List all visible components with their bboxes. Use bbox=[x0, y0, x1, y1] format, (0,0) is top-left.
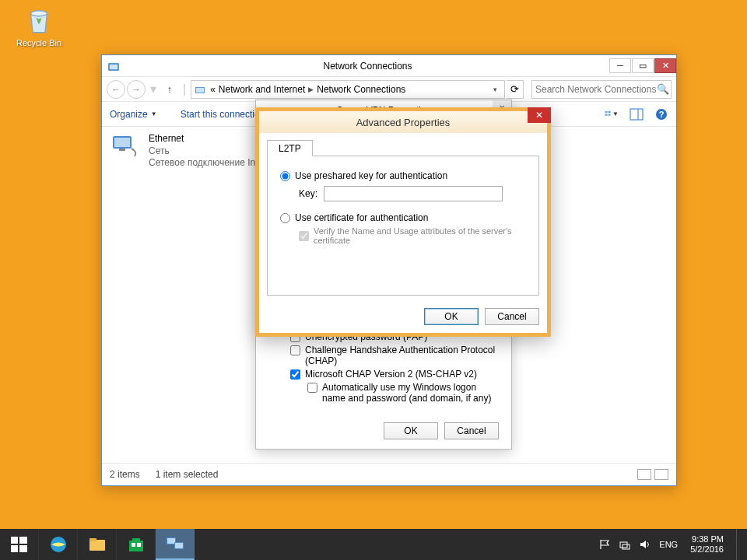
verify-cert-checkbox bbox=[299, 231, 309, 241]
svg-rect-28 bbox=[167, 538, 175, 544]
search-icon[interactable]: 🔍 bbox=[657, 83, 668, 95]
svg-rect-17 bbox=[19, 537, 27, 544]
svg-rect-2 bbox=[110, 65, 117, 69]
tray-volume-icon[interactable] bbox=[639, 538, 651, 551]
breadcrumb-prefix: « bbox=[210, 84, 216, 95]
key-label: Key: bbox=[299, 188, 317, 199]
chevron-right-icon: ▶ bbox=[308, 86, 314, 93]
breadcrumb-item[interactable]: Network and Internet bbox=[219, 84, 305, 95]
svg-rect-14 bbox=[114, 138, 130, 147]
ok-button[interactable]: OK bbox=[384, 422, 438, 439]
svg-rect-16 bbox=[11, 537, 18, 544]
advanced-properties-dialog: Advanced Properties ✕ L2TP Use preshared… bbox=[255, 107, 551, 337]
svg-rect-25 bbox=[132, 543, 135, 547]
search-input[interactable] bbox=[535, 84, 657, 95]
window-app-icon bbox=[107, 58, 122, 74]
svg-rect-18 bbox=[11, 545, 18, 552]
svg-rect-26 bbox=[137, 543, 141, 547]
svg-rect-32 bbox=[622, 544, 630, 549]
maximize-button[interactable]: ▭ bbox=[632, 58, 654, 73]
taskbar-explorer-icon[interactable] bbox=[78, 529, 117, 560]
dialog-title[interactable]: Advanced Properties ✕ bbox=[259, 111, 547, 133]
desktop-icon-recycle-bin[interactable]: Recycle Bin bbox=[12, 4, 66, 47]
svg-rect-19 bbox=[19, 545, 27, 552]
svg-rect-7 bbox=[605, 114, 607, 116]
status-selected-count: 1 item selected bbox=[156, 469, 219, 480]
adapter-device: Сетевое подключение Intel... bbox=[149, 157, 273, 170]
breadcrumb-item[interactable]: Network Connections bbox=[317, 84, 405, 95]
recycle-bin-icon bbox=[23, 4, 55, 37]
svg-rect-4 bbox=[196, 88, 204, 93]
svg-rect-22 bbox=[89, 538, 96, 541]
search-box[interactable]: 🔍 bbox=[531, 80, 672, 99]
organize-menu[interactable]: Organize ▼ bbox=[110, 109, 157, 120]
minimize-button[interactable]: ─ bbox=[609, 58, 631, 73]
preshared-key-radio[interactable] bbox=[280, 171, 290, 181]
svg-rect-6 bbox=[608, 111, 610, 113]
svg-rect-5 bbox=[605, 111, 607, 113]
close-button[interactable]: ✕ bbox=[528, 107, 551, 123]
breadcrumb-dropdown[interactable]: ▾ bbox=[489, 86, 501, 93]
window-titlebar[interactable]: Network Connections ─ ▭ ✕ bbox=[102, 55, 676, 77]
taskbar-ie-icon[interactable] bbox=[39, 529, 78, 560]
cancel-button[interactable]: Cancel bbox=[485, 308, 539, 325]
taskbar: ENG 9:38 PM 5/2/2016 bbox=[0, 529, 747, 560]
breadcrumb-icon bbox=[195, 83, 207, 96]
nav-up-button[interactable]: ↑ bbox=[161, 81, 178, 98]
verify-cert-checkbox-row: Verify the Name and Usage attributes of … bbox=[299, 226, 526, 245]
taskbar-store-icon[interactable] bbox=[117, 529, 156, 560]
close-button[interactable]: ✕ bbox=[654, 58, 676, 73]
tab-panel: Use preshared key for authentication Key… bbox=[267, 156, 539, 296]
svg-rect-24 bbox=[132, 538, 140, 541]
tray-flag-icon[interactable] bbox=[598, 538, 611, 551]
start-button[interactable] bbox=[0, 529, 39, 560]
nav-forward-button[interactable]: → bbox=[127, 80, 146, 99]
certificate-radio-row[interactable]: Use certificate for authentication bbox=[280, 212, 526, 223]
adapter-status: Сеть bbox=[149, 145, 273, 158]
autologon-checkbox-row[interactable]: Automatically use my Windows logon name … bbox=[307, 382, 497, 404]
view-large-icon[interactable] bbox=[654, 469, 668, 480]
svg-rect-15 bbox=[119, 149, 125, 151]
chap-checkbox-row[interactable]: Challenge Handshake Authentication Proto… bbox=[290, 345, 497, 366]
taskbar-network-icon[interactable] bbox=[156, 529, 195, 560]
svg-rect-9 bbox=[630, 109, 643, 120]
help-icon[interactable]: ? bbox=[654, 107, 668, 121]
navigation-row: ← → ▾ ↑ | « Network and Internet ▶ Netwo… bbox=[102, 77, 676, 102]
taskbar-clock[interactable]: 9:38 PM 5/2/2016 bbox=[686, 534, 728, 555]
adapter-name: Ethernet bbox=[149, 133, 273, 145]
preshared-key-radio-row[interactable]: Use preshared key for authentication bbox=[280, 170, 526, 181]
svg-text:?: ? bbox=[659, 110, 665, 119]
desktop-icon-label: Recycle Bin bbox=[12, 38, 66, 47]
view-options-icon[interactable]: ▼ bbox=[605, 107, 619, 121]
refresh-button[interactable]: ⟳ bbox=[507, 80, 524, 99]
cancel-button[interactable]: Cancel bbox=[444, 422, 499, 439]
mschap-checkbox[interactable] bbox=[290, 369, 300, 380]
chap-checkbox[interactable] bbox=[290, 345, 300, 355]
show-desktop-button[interactable] bbox=[736, 529, 742, 560]
window-title: Network Connections bbox=[127, 61, 608, 72]
start-connection-button[interactable]: Start this connection bbox=[181, 109, 265, 120]
view-details-icon[interactable] bbox=[637, 469, 651, 480]
status-bar: 2 items 1 item selected bbox=[102, 463, 676, 485]
ethernet-icon bbox=[111, 133, 142, 158]
tray-language[interactable]: ENG bbox=[659, 540, 678, 549]
svg-point-0 bbox=[31, 11, 47, 16]
tray-network-icon[interactable] bbox=[619, 538, 631, 551]
svg-rect-23 bbox=[129, 541, 143, 551]
breadcrumb[interactable]: « Network and Internet ▶ Network Connect… bbox=[191, 80, 505, 99]
certificate-radio[interactable] bbox=[280, 213, 290, 223]
preview-pane-icon[interactable] bbox=[630, 107, 644, 121]
svg-rect-21 bbox=[89, 540, 105, 551]
ok-button[interactable]: OK bbox=[424, 308, 479, 325]
chevron-down-icon: ▼ bbox=[151, 110, 157, 117]
key-input[interactable] bbox=[324, 186, 503, 201]
svg-rect-30 bbox=[175, 543, 183, 548]
status-item-count: 2 items bbox=[110, 469, 140, 480]
tab-l2tp[interactable]: L2TP bbox=[267, 140, 313, 156]
chevron-down-icon: ▼ bbox=[612, 110, 619, 117]
nav-back-button[interactable]: ← bbox=[107, 80, 125, 99]
autologon-checkbox[interactable] bbox=[307, 383, 317, 393]
mschap-checkbox-row[interactable]: Microsoft CHAP Version 2 (MS-CHAP v2) bbox=[290, 369, 497, 380]
svg-rect-8 bbox=[608, 114, 610, 116]
